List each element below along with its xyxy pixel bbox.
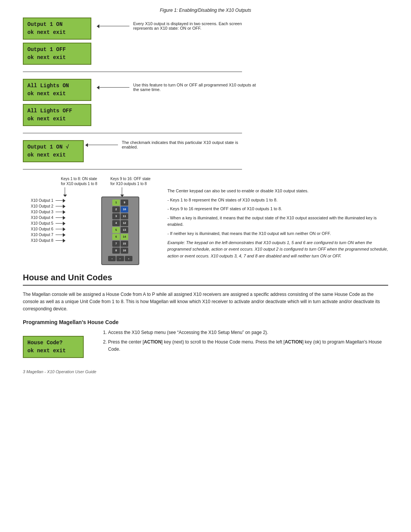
key-13: 13	[121, 227, 128, 233]
output1-on-screen: Output 1 ON ok next exit	[23, 18, 91, 40]
key-1: 1	[112, 200, 120, 206]
key-12: 12	[121, 220, 128, 226]
house-unit-codes-section: House and Unit Codes The Magellan consol…	[23, 273, 388, 358]
output-row-5: X10 Output 5	[23, 221, 63, 225]
keypad-desc3: - Keys 9 to 16 represent the OFF states …	[167, 206, 388, 212]
action-key-2: ACTION	[285, 339, 302, 345]
step-1: Access the X10 Setup menu (see “Accessin…	[108, 329, 388, 336]
divider-2	[23, 133, 242, 133]
key-14: 14	[121, 234, 128, 240]
all-lights-off-screen: All Lights OFF ok next exit	[23, 104, 91, 126]
key-15: 15	[121, 241, 128, 247]
house-code-steps: Access the X10 Setup menu (see “Accessin…	[100, 329, 388, 356]
section-body: The Magellan console will be assigned a …	[23, 291, 388, 313]
section-heading: House and Unit Codes	[23, 273, 388, 286]
key-5: 5	[112, 227, 120, 233]
all-lights-on-screen: All Lights ON ok next exit	[23, 79, 91, 101]
checkmark-screen-block: Output 1 ON √ ok next exit The checkmark…	[23, 140, 251, 162]
keypad-label-9-16: Keys 9 to 16: OFF state for X10 outputs …	[110, 176, 156, 195]
key-8: 8	[112, 248, 120, 254]
output-row-1: X10 Output 1	[23, 198, 63, 203]
key-nav-1: ◄	[108, 256, 116, 261]
house-code-screen-col: House Code? ok next exit	[23, 329, 91, 358]
output1-check-screen: Output 1 ON √ ok next exit	[23, 140, 84, 162]
key-16: 16	[121, 248, 128, 254]
house-code-screen: House Code? ok next exit	[23, 336, 84, 358]
divider-3	[23, 169, 242, 169]
key-nav-2: ►	[116, 256, 124, 261]
keypad-label-1-8: Keys 1 to 8: ON state for X10 outputs 1 …	[61, 176, 99, 195]
keypad-desc4: - When a key is illuminated, it means th…	[167, 215, 388, 228]
key-7: 7	[112, 241, 120, 247]
output-row-8: X10 Output 8	[23, 238, 63, 243]
house-code-block: House Code? ok next exit Access the X10 …	[23, 329, 388, 358]
key-11: 11	[121, 213, 128, 219]
step-2: Press the center [ACTION] key (next) to …	[108, 339, 388, 353]
output-row-3: X10 Output 3	[23, 210, 63, 214]
figure-caption: Figure 1: Enabling/Disabling the X10 Out…	[23, 8, 388, 13]
all-lights-screens-col: All Lights ON ok next exit All Lights OF…	[23, 79, 91, 126]
output1-off-screen: Output 1 OFF ok next exit	[23, 43, 91, 65]
keypad-desc2: - Keys 1 to 8 represent the ON states of…	[167, 197, 388, 204]
keypad-left-panel: Keys 1 to 8: ON state for X10 outputs 1 …	[23, 176, 156, 265]
key-6: 6	[112, 234, 120, 240]
sub-heading-programming: Programming Magellan’s House Code	[23, 319, 388, 325]
key-10: 10	[121, 206, 128, 212]
keypad-desc1: The Center keypad can also be used to en…	[167, 188, 388, 195]
output-row-7: X10 Output 7	[23, 233, 63, 237]
output-row-4: X10 Output 4	[23, 216, 63, 220]
footer: 3 Magellan - X10 Operation User Guide	[23, 369, 388, 374]
all-lights-annotation: Use this feature to turn ON or OFF all p…	[99, 79, 263, 92]
key-4: 4	[112, 220, 120, 226]
keypad-diagram: 1 9 2 10 3 11 4 12	[101, 197, 139, 265]
keypad-desc5: - If neither key is illuminated, that me…	[167, 230, 388, 237]
key-9: 9	[121, 200, 128, 206]
output-labels-list: X10 Output 1 X10 Output 2 X10 Output 3 X…	[23, 197, 63, 243]
keypad-example: Example: The keypad on the left demonstr…	[167, 240, 388, 260]
divider-1	[23, 72, 242, 72]
output-row-2: X10 Output 2	[23, 204, 63, 208]
key-nav-3: ■	[125, 256, 132, 261]
keypad-section: Keys 1 to 8: ON state for X10 outputs 1 …	[23, 176, 388, 265]
keypad-descriptions: The Center keypad can also be used to en…	[167, 176, 388, 265]
output-screens-col: Output 1 ON ok next exit Output 1 OFF ok…	[23, 18, 91, 65]
key-2: 2	[112, 206, 120, 212]
key-3: 3	[112, 213, 120, 219]
output-pair-annotation: Every X10 output is displayed in two scr…	[99, 18, 263, 30]
output-row-6: X10 Output 6	[23, 227, 63, 231]
action-key-1: ACTION	[144, 339, 161, 345]
